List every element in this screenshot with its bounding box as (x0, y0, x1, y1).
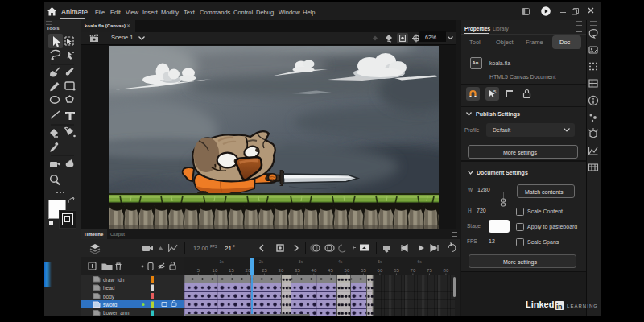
svg-text:F: F (233, 245, 235, 249)
svg-text:FPS: FPS (210, 245, 217, 249)
svg-text:draw_idn: draw_idn (103, 277, 125, 283)
svg-text:2s: 2s (259, 259, 264, 264)
svg-text:12.00: 12.00 (193, 245, 208, 252)
svg-text:50: 50 (345, 268, 350, 273)
svg-text:65: 65 (394, 268, 399, 273)
svg-text:5: 5 (197, 268, 200, 273)
svg-text:6s: 6s (417, 259, 422, 264)
svg-text:45: 45 (328, 268, 333, 273)
svg-text:80: 80 (444, 268, 449, 273)
svg-text:Lower_arm: Lower_arm (103, 310, 130, 316)
svg-text:30: 30 (279, 268, 284, 273)
svg-text:3s: 3s (299, 259, 303, 264)
svg-text:15: 15 (229, 268, 234, 273)
svg-text:10: 10 (213, 268, 218, 273)
svg-text:60: 60 (378, 268, 383, 273)
svg-text:35: 35 (295, 268, 300, 273)
svg-text:70: 70 (411, 268, 416, 273)
svg-text:55: 55 (361, 268, 366, 273)
svg-text:head: head (103, 285, 115, 291)
svg-text:sword: sword (103, 302, 118, 308)
svg-text:75: 75 (427, 268, 432, 273)
svg-text:40: 40 (312, 268, 317, 273)
svg-text:5: 5 (493, 89, 497, 94)
svg-text:body: body (103, 294, 115, 300)
svg-text:1s: 1s (219, 259, 224, 264)
svg-text:4s: 4s (338, 259, 343, 264)
svg-text:5s: 5s (378, 259, 382, 264)
svg-text:25: 25 (262, 268, 267, 273)
svg-text:21: 21 (225, 245, 232, 252)
